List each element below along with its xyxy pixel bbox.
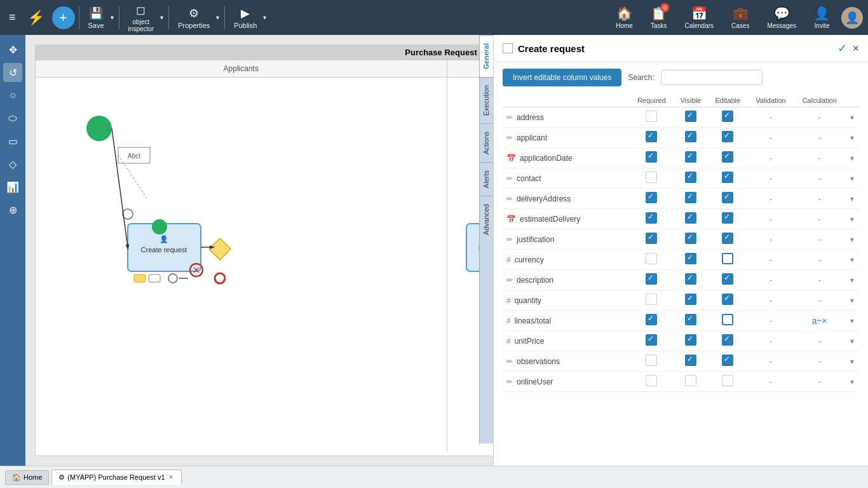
properties-dropdown[interactable]: ▾ — [215, 13, 220, 22]
tab-execution[interactable]: Execution — [480, 77, 493, 123]
tool-oval[interactable]: ⬭ — [3, 109, 22, 128]
editable-checkbox-11[interactable] — [722, 334, 733, 346]
visible-checkbox-1[interactable] — [685, 131, 696, 142]
tool-diamond[interactable]: ◇ — [3, 154, 22, 173]
panel-confirm-button[interactable]: ✓ — [837, 41, 847, 55]
expand-button-0[interactable]: ▾ — [850, 113, 854, 122]
tool-circle[interactable]: ○ — [3, 86, 22, 105]
required-checkbox-3[interactable] — [646, 172, 657, 183]
field-name-cell-1: ✏ applicant — [503, 128, 630, 148]
required-checkbox-7[interactable] — [646, 253, 657, 264]
tool-move[interactable]: ↺ — [3, 63, 22, 82]
tool-rect[interactable]: ▭ — [3, 132, 22, 151]
tab-general[interactable]: General — [480, 35, 493, 77]
nav-home[interactable]: 🏠 Home — [609, 3, 639, 32]
required-checkbox-10[interactable] — [646, 314, 657, 325]
required-checkbox-6[interactable] — [646, 233, 657, 244]
visible-checkbox-12[interactable] — [685, 355, 696, 366]
visible-checkbox-2[interactable] — [685, 151, 696, 163]
visible-checkbox-5[interactable] — [685, 212, 696, 224]
avatar[interactable]: 👤 — [841, 7, 863, 29]
calc-icon-10[interactable]: a÷× — [812, 316, 827, 326]
editable-checkbox-4[interactable] — [722, 192, 733, 203]
tab-home-bottom[interactable]: 🏠 Home — [5, 470, 49, 485]
nav-cases[interactable]: 💼 Cases — [725, 3, 756, 32]
properties-button[interactable]: ⚙ Properties — [173, 4, 215, 32]
object-inspector-button[interactable]: ◻ object inspector — [123, 1, 159, 35]
visible-checkbox-0[interactable] — [685, 111, 696, 122]
expand-button-1[interactable]: ▾ — [850, 133, 854, 142]
tool-pan[interactable]: ✥ — [3, 40, 22, 59]
expand-button-12[interactable]: ▾ — [850, 357, 854, 366]
required-checkbox-12[interactable] — [646, 355, 657, 366]
hamburger-button[interactable]: ≡ — [5, 7, 20, 28]
expand-button-9[interactable]: ▾ — [850, 296, 854, 305]
visible-checkbox-13[interactable] — [685, 375, 696, 386]
object-inspector-dropdown[interactable]: ▾ — [159, 13, 165, 22]
table-header-row: Required Visible Editable Validation Cal… — [503, 94, 859, 107]
tab-process-bottom[interactable]: ⚙ (MYAPP) Purchase Request v1 × — [51, 470, 181, 485]
save-dropdown[interactable]: ▾ — [109, 13, 115, 22]
required-checkbox-13[interactable] — [646, 375, 657, 386]
required-checkbox-9[interactable] — [646, 294, 657, 305]
editable-checkbox-0[interactable] — [722, 111, 733, 122]
visible-checkbox-4[interactable] — [685, 192, 696, 203]
expand-button-13[interactable]: ▾ — [850, 377, 854, 386]
editable-checkbox-8[interactable] — [722, 273, 733, 285]
visible-cell-5 — [674, 209, 708, 229]
visible-checkbox-6[interactable] — [685, 233, 696, 244]
visible-checkbox-7[interactable] — [685, 253, 696, 264]
tab-alerts[interactable]: Alerts — [480, 162, 493, 196]
invert-button[interactable]: Invert editable column values — [503, 69, 621, 86]
visible-checkbox-9[interactable] — [685, 294, 696, 305]
visible-checkbox-8[interactable] — [685, 273, 696, 285]
editable-checkbox-9[interactable] — [722, 294, 733, 305]
expand-button-7[interactable]: ▾ — [850, 255, 854, 264]
panel-close-button[interactable]: × — [852, 42, 859, 55]
editable-checkbox-5[interactable] — [722, 212, 733, 224]
expand-button-2[interactable]: ▾ — [850, 154, 854, 163]
expand-button-8[interactable]: ▾ — [850, 276, 854, 285]
tool-add[interactable]: ⊕ — [3, 200, 22, 219]
process-tab-close[interactable]: × — [168, 473, 175, 482]
expand-button-6[interactable]: ▾ — [850, 235, 854, 244]
visible-checkbox-10[interactable] — [685, 314, 696, 325]
calc-cell-11: - — [818, 336, 820, 346]
search-input[interactable] — [661, 70, 763, 85]
editable-checkbox-7[interactable] — [722, 253, 733, 264]
visible-checkbox-3[interactable] — [685, 172, 696, 183]
tab-advanced[interactable]: Advanced — [480, 196, 493, 243]
required-checkbox-1[interactable] — [646, 131, 657, 142]
required-checkbox-5[interactable] — [646, 212, 657, 224]
tab-actions[interactable]: Actions — [480, 123, 493, 162]
editable-checkbox-1[interactable] — [722, 131, 733, 142]
panel-header-checkbox[interactable] — [503, 43, 513, 53]
required-checkbox-11[interactable] — [646, 334, 657, 346]
nav-tasks[interactable]: 0 📋 Tasks — [644, 3, 674, 32]
expand-button-5[interactable]: ▾ — [850, 215, 854, 224]
publish-button[interactable]: ▶ Publish — [229, 4, 262, 32]
editable-checkbox-10[interactable] — [722, 314, 733, 325]
editable-checkbox-13[interactable] — [722, 375, 733, 386]
required-checkbox-2[interactable] — [646, 151, 657, 163]
publish-dropdown[interactable]: ▾ — [262, 13, 268, 22]
logo-button[interactable]: ⚡ — [22, 7, 50, 29]
editable-checkbox-2[interactable] — [722, 151, 733, 163]
editable-checkbox-12[interactable] — [722, 355, 733, 366]
editable-checkbox-6[interactable] — [722, 233, 733, 244]
tool-chart[interactable]: 📊 — [3, 177, 22, 196]
expand-button-11[interactable]: ▾ — [850, 337, 854, 346]
nav-messages[interactable]: 💬 Messages — [761, 3, 803, 32]
add-button[interactable]: + — [52, 6, 75, 29]
save-button[interactable]: 💾 Save — [83, 4, 109, 32]
editable-checkbox-3[interactable] — [722, 172, 733, 183]
expand-button-4[interactable]: ▾ — [850, 194, 854, 203]
nav-invite[interactable]: 👤 Invite — [808, 3, 836, 32]
expand-button-3[interactable]: ▾ — [850, 174, 854, 183]
required-checkbox-4[interactable] — [646, 192, 657, 203]
expand-button-10[interactable]: ▾ — [850, 316, 854, 325]
required-checkbox-0[interactable] — [646, 111, 657, 122]
required-checkbox-8[interactable] — [646, 273, 657, 285]
nav-calendars[interactable]: 📅 Calendars — [678, 3, 720, 32]
visible-checkbox-11[interactable] — [685, 334, 696, 346]
